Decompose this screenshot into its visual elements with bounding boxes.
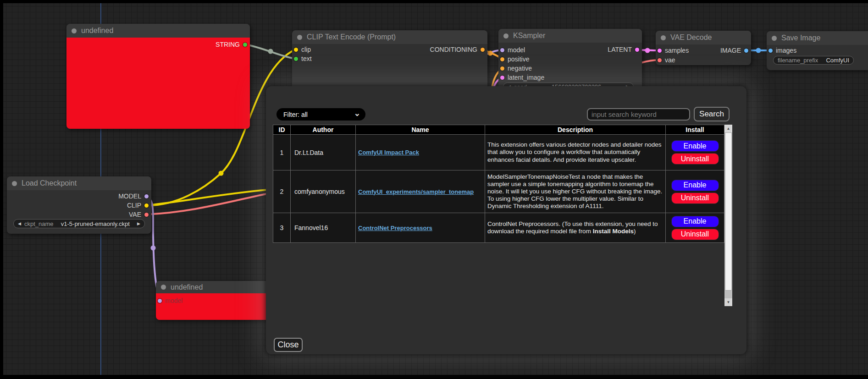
output-slot-conditioning[interactable]: CONDITIONING (430, 45, 485, 54)
enable-button[interactable]: Enable (671, 140, 719, 152)
node-load-checkpoint[interactable]: Load Checkpoint MODEL CLIP VAE ◀ ckpt_na… (7, 176, 151, 234)
search-button[interactable]: Search (694, 107, 730, 121)
filename-prefix-widget[interactable]: filename_prefix ComfyUI (773, 56, 854, 65)
input-slot-model[interactable]: model (500, 46, 525, 54)
collapse-dot-icon[interactable] (661, 35, 666, 40)
input-slot-model[interactable]: model (158, 297, 182, 305)
output-slot-string[interactable]: STRING (216, 40, 247, 49)
input-slot-text[interactable]: text (294, 55, 312, 63)
node-title-bar[interactable]: Save Image (767, 31, 868, 45)
decrement-arrow-icon[interactable]: ◀ (18, 222, 21, 226)
close-button[interactable]: Close (274, 338, 303, 352)
table-row: 2 comfyanonymous ComfyUI_experiments/sam… (273, 170, 724, 213)
cell-description: ControlNet Preprocessors. (To use this e… (485, 213, 666, 243)
slot-dot[interactable] (144, 194, 149, 198)
scroll-down-button[interactable]: ▼ (724, 298, 732, 306)
cell-id: 1 (273, 135, 291, 170)
input-slot-negative[interactable]: negative (500, 64, 532, 72)
slot-dot[interactable] (294, 48, 298, 52)
output-slot-latent[interactable]: LATENT (608, 45, 639, 54)
output-slot-clip[interactable]: CLIP (127, 201, 149, 209)
link-dot (151, 246, 156, 251)
input-slot-positive[interactable]: positive (500, 55, 529, 63)
slot-dot[interactable] (500, 66, 504, 71)
name-link[interactable]: ControlNet Preprocessors (358, 225, 432, 231)
slot-dot[interactable] (294, 57, 298, 61)
collapse-dot-icon[interactable] (503, 33, 509, 38)
slot-dot[interactable] (658, 58, 662, 62)
input-slot-clip[interactable]: clip (294, 45, 311, 54)
collapse-dot-icon[interactable] (772, 36, 777, 41)
slot-dot[interactable] (744, 49, 748, 53)
header-name: Name (356, 125, 485, 135)
input-slot-vae[interactable]: vae (658, 56, 675, 64)
canvas-edge (0, 375, 868, 379)
uninstall-button[interactable]: Uninstall (671, 229, 719, 240)
enable-button[interactable]: Enable (671, 180, 719, 191)
collapse-dot-icon[interactable] (161, 285, 166, 290)
filter-select[interactable]: Filter: all (276, 108, 365, 121)
ckpt-name-widget[interactable]: ◀ ckpt_name v1-5-pruned-emaonly.ckpt ▶ (13, 219, 145, 228)
canvas-edge (0, 0, 868, 3)
collapse-dot-icon[interactable] (72, 28, 77, 33)
output-slot-image[interactable]: IMAGE (720, 46, 748, 55)
scroll-up-button[interactable]: ▲ (724, 125, 732, 132)
node-body (66, 38, 250, 129)
node-title-bar[interactable]: undefined (66, 24, 250, 38)
input-slot-latent-image[interactable]: latent_image (500, 73, 544, 82)
node-title: Save Image (781, 34, 820, 42)
link-dot (268, 49, 273, 54)
search-input[interactable] (587, 108, 690, 121)
collapse-dot-icon[interactable] (12, 181, 17, 186)
node-save-image[interactable]: Save Image images filename_prefix ComfyU… (767, 31, 868, 70)
widget-value[interactable]: v1-5-pruned-emaonly.ckpt (57, 220, 134, 227)
node-title-bar[interactable]: CLIP Text Encode (Prompt) (292, 30, 487, 44)
slot-dot[interactable] (481, 48, 485, 52)
slot-dot[interactable] (500, 57, 504, 61)
slot-dot[interactable] (500, 76, 504, 80)
widget-value[interactable]: ComfyUI (821, 57, 849, 64)
node-vae-decode[interactable]: VAE Decode samples vae IMAGE (656, 31, 751, 65)
node-title: VAE Decode (670, 33, 712, 42)
node-title-bar[interactable]: VAE Decode (656, 31, 751, 44)
node-title-bar[interactable]: Load Checkpoint (7, 176, 151, 190)
extensions-table: ID Author Name Description Install 1 Dr.… (273, 125, 724, 243)
output-slot-model[interactable]: MODEL (118, 192, 149, 200)
slot-dot[interactable] (243, 43, 247, 47)
slot-dot[interactable] (768, 49, 773, 53)
output-slot-vae[interactable]: VAE (129, 210, 149, 219)
collapse-dot-icon[interactable] (297, 35, 302, 40)
name-link[interactable]: ComfyUI_experiments/sampler_tonemap (358, 188, 474, 195)
cell-author: Dr.Lt.Data (291, 135, 356, 170)
name-link[interactable]: ComfyUI Impact Pack (358, 149, 419, 156)
cell-author: comfyanonymous (291, 170, 356, 213)
graph-canvas[interactable]: undefined STRING CLIP Text Encode (Promp… (0, 0, 868, 379)
manager-dialog: Filter: all ⌄ Search ID Author Name Desc… (266, 86, 746, 354)
scroll-thumb[interactable] (725, 132, 732, 291)
node-title-bar[interactable]: undefined (156, 281, 284, 293)
slot-dot[interactable] (144, 213, 149, 217)
slot-dot[interactable] (658, 49, 662, 53)
slot-dot[interactable] (635, 48, 639, 52)
uninstall-button[interactable]: Uninstall (671, 192, 719, 204)
node-title-bar[interactable]: KSampler (498, 29, 642, 43)
table-header-row: ID Author Name Description Install (273, 125, 724, 135)
node-undefined-string[interactable]: undefined STRING (66, 24, 250, 129)
cell-install: Enable Uninstall (666, 170, 724, 213)
input-slot-images[interactable]: images (768, 46, 796, 55)
node-undefined-model[interactable]: undefined model (156, 281, 284, 320)
header-install: Install (666, 125, 724, 135)
enable-button[interactable]: Enable (671, 216, 719, 227)
cell-author: Fannovel16 (291, 213, 356, 243)
scrollbar[interactable]: ▲ ▼ (724, 125, 732, 306)
header-description: Description (485, 125, 666, 135)
slot-dot[interactable] (144, 203, 149, 208)
uninstall-button[interactable]: Uninstall (671, 153, 719, 165)
increment-arrow-icon[interactable]: ▶ (137, 222, 140, 226)
slot-dot[interactable] (500, 48, 504, 52)
node-title: Load Checkpoint (22, 179, 77, 187)
widget-label: filename_prefix (778, 57, 818, 64)
input-slot-samples[interactable]: samples (658, 46, 689, 55)
header-author: Author (291, 125, 356, 135)
slot-dot[interactable] (158, 299, 162, 303)
